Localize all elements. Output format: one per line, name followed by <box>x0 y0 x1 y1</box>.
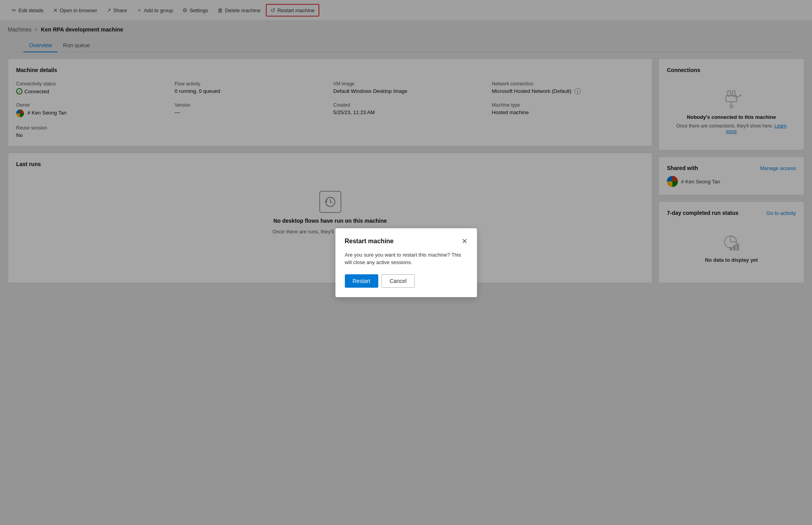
modal-footer: Restart Cancel <box>345 274 468 288</box>
modal-title: Restart machine <box>345 238 394 245</box>
modal-overlay: Restart machine ✕ Are you sure you want … <box>0 0 812 525</box>
modal-close-button[interactable]: ✕ <box>462 238 468 245</box>
modal-confirm-button[interactable]: Restart <box>345 274 378 288</box>
modal-header: Restart machine ✕ <box>345 238 468 245</box>
modal-cancel-button[interactable]: Cancel <box>381 274 415 288</box>
restart-machine-modal: Restart machine ✕ Are you sure you want … <box>335 228 477 297</box>
modal-body: Are you sure you want to restart this ma… <box>345 251 468 266</box>
